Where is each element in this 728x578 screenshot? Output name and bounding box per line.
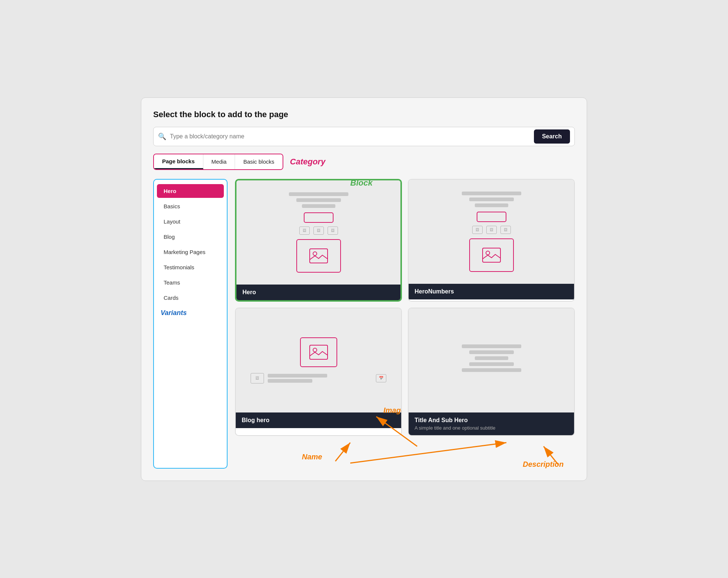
block-description: A simple title and one optional subtitle [415, 425, 568, 431]
preview-lines-title [462, 344, 521, 372]
category-label: Category [290, 157, 325, 167]
blog-thumb-icon: 🖼 [251, 373, 264, 383]
annotations-area: Name Description [235, 439, 575, 469]
preview-icons: 🖼 🖼 🖼 [299, 227, 338, 235]
blocks-grid: 🖼 🖼 🖼 Hero [235, 179, 575, 436]
modal-title: Select the block to add to the page [153, 110, 575, 119]
sidebar-item-layout[interactable]: Layout [157, 215, 224, 228]
block-card-blog-hero[interactable]: 🖼 📅 Blog hero [235, 308, 402, 436]
preview-main-image [296, 239, 341, 273]
preview-button [477, 212, 506, 222]
annotation-image-label: Image [383, 406, 402, 415]
sidebar-item-cards[interactable]: Cards [157, 291, 224, 305]
preview-lines-heronumbers [462, 192, 521, 207]
preview-line [469, 362, 514, 366]
block-name: Blog hero [242, 417, 395, 424]
preview-line [469, 198, 514, 201]
tab-page-blocks[interactable]: Page blocks [154, 154, 203, 169]
blog-date-icon: 📅 [376, 374, 386, 382]
block-preview-blog-hero: 🖼 📅 [236, 308, 401, 412]
preview-icon: 🖼 [328, 227, 338, 235]
preview-icons: 🖼 🖼 🖼 [472, 226, 511, 234]
tab-basic-blocks[interactable]: Basic blocks [235, 154, 282, 169]
sidebar-item-basics[interactable]: Basics [157, 199, 224, 213]
svg-rect-2 [483, 248, 500, 262]
blog-preview: 🖼 📅 [243, 316, 394, 405]
preview-line [475, 356, 508, 360]
block-card-heronumbers[interactable]: 🖼 🖼 🖼 HeroNumbe [408, 179, 575, 302]
title-sub-preview [416, 316, 567, 405]
preview-line [289, 192, 348, 196]
search-button[interactable]: Search [534, 129, 570, 144]
preview-line [469, 350, 514, 354]
preview-icon: 🖼 [472, 226, 483, 234]
annotation-block: Block [350, 178, 373, 188]
blog-bottom-row: 🖼 📅 [243, 373, 394, 383]
search-bar: 🔍 Search [153, 127, 575, 146]
tab-media[interactable]: Media [203, 154, 235, 169]
sidebar-item-hero[interactable]: Hero [157, 184, 224, 198]
content-area: Hero Basics Layout Blog Marketing Pages … [153, 179, 575, 469]
preview-line [462, 192, 521, 195]
sidebar: Hero Basics Layout Blog Marketing Pages … [153, 179, 228, 469]
preview-line [462, 368, 521, 372]
blocks-grid-container: Block 🖼 🖼 🖼 [235, 179, 575, 469]
preview-line [462, 344, 521, 348]
sidebar-item-marketing-pages[interactable]: Marketing Pages [157, 245, 224, 259]
block-selector-modal: Select the block to add to the page 🔍 Se… [141, 97, 587, 481]
blog-preview-image [300, 337, 337, 367]
svg-rect-4 [310, 345, 328, 359]
block-info-heronumbers: HeroNumbers [409, 284, 574, 299]
preview-button [304, 212, 334, 223]
block-card-title-sub-hero[interactable]: Title And Sub Hero A simple title and on… [408, 308, 575, 436]
preview-icon: 🖼 [500, 226, 511, 234]
preview-line [268, 374, 327, 378]
preview-icon: 🖼 [486, 226, 497, 234]
block-info-hero: Hero [236, 285, 400, 300]
preview-line [296, 198, 341, 202]
preview-lines-hero [289, 192, 348, 208]
preview-main-image [469, 238, 514, 272]
block-name: HeroNumbers [415, 288, 568, 295]
preview-line [475, 203, 508, 207]
preview-icon: 🖼 [313, 227, 324, 235]
block-info-title-sub: Title And Sub Hero A simple title and on… [409, 412, 574, 435]
block-preview-hero: 🖼 🖼 🖼 [236, 180, 400, 285]
preview-icon: 🖼 [299, 227, 310, 235]
annotation-description-label: Description [523, 460, 564, 469]
preview-line [268, 379, 312, 383]
block-name: Hero [242, 289, 394, 296]
annotation-name-label: Name [302, 453, 322, 461]
sidebar-item-blog[interactable]: Blog [157, 230, 224, 244]
block-card-hero[interactable]: 🖼 🖼 🖼 Hero [235, 179, 402, 302]
block-name: Title And Sub Hero [415, 417, 568, 424]
block-preview-title-sub-hero [409, 308, 574, 412]
blog-lines [268, 374, 372, 383]
search-icon: 🔍 [158, 132, 166, 141]
preview-line [302, 204, 335, 208]
block-preview-heronumbers: 🖼 🖼 🖼 [409, 180, 574, 284]
svg-rect-0 [310, 249, 328, 263]
svg-point-1 [313, 252, 317, 256]
svg-point-5 [313, 348, 317, 352]
search-input[interactable] [170, 133, 534, 140]
block-info-blog-hero: Blog hero [236, 412, 401, 428]
svg-point-3 [486, 251, 490, 255]
sidebar-item-testimonials[interactable]: Testimonials [157, 260, 224, 274]
sidebar-item-teams[interactable]: Teams [157, 276, 224, 289]
tabs-row: Page blocks Media Basic blocks Category [153, 154, 575, 170]
tabs-container: Page blocks Media Basic blocks [153, 154, 283, 170]
variants-label: Variants [154, 309, 227, 317]
